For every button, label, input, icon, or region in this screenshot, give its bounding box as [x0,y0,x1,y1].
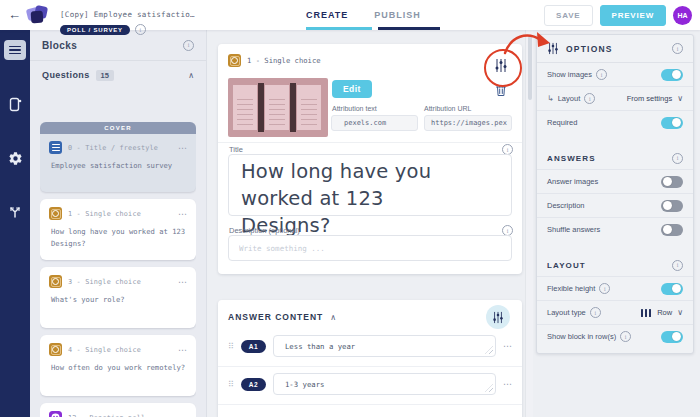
shuffle-answers-toggle[interactable] [661,224,683,236]
question-editor-card: 1 - Single choice Edit Attribution text … [218,44,522,274]
answer-text-input[interactable]: Less than a year [273,335,496,357]
question-card[interactable]: 4 - Single choice ⋯ How often do you wor… [40,335,196,396]
attribution-text-input[interactable]: pexels.com [331,115,418,131]
sidebar-item-blocks[interactable] [4,40,26,60]
question-card[interactable]: 12 - Reaction poll ⋯ How important is wo… [40,403,196,417]
answer-menu-icon[interactable]: ⋯ [503,341,512,351]
drag-handle-icon[interactable]: ⠿ [228,380,234,389]
option-row-required: Required [537,111,693,134]
option-row-shuffle-answers: Shuffle answers [537,218,693,241]
options-panel-title: OPTIONS [566,44,613,54]
sidebar-item-design[interactable] [4,94,26,114]
question-card[interactable]: 3 - Single choice ⋯ What's your role? [40,267,196,328]
answer-options-icon[interactable] [486,305,510,329]
app-logo [26,4,54,26]
required-toggle[interactable] [661,117,683,129]
title-label: Title [229,145,243,154]
resize-handle[interactable] [485,346,493,354]
show-block-in-rows-toggle[interactable] [661,331,683,343]
info-icon[interactable]: i [672,43,683,54]
answer-row: ⠿ A1 Less than a year ⋯ [228,334,512,358]
chevron-down-icon: ∨ [677,94,683,103]
user-avatar[interactable]: HA [673,6,692,25]
question-image-thumbnail[interactable] [228,78,328,137]
chevron-up-icon[interactable]: ∧ [330,313,336,322]
info-icon[interactable]: i [672,153,683,164]
document-title[interactable]: [Copy] Employee satisfactio… [60,10,195,19]
trash-icon[interactable] [495,83,507,101]
reaction-poll-icon [49,411,62,417]
info-icon[interactable]: i [590,307,601,318]
create-tab-indicator [306,27,372,30]
flexible-height-toggle[interactable] [661,283,683,295]
sidebar-item-logic[interactable] [4,202,26,222]
questions-count-badge: 15 [96,70,114,81]
answer-row: ⠿ A2 1-3 years ⋯ [228,372,512,396]
questions-header[interactable]: Questions 15 ∧ [30,61,206,89]
blocks-panel-title: Blocks [42,40,77,51]
info-icon[interactable]: i [620,331,631,342]
answer-text-input[interactable]: 1-3 years [273,373,496,395]
sliders-icon [547,42,559,55]
question-preview-text: Employee satisfaction survey [49,160,187,172]
question-card[interactable]: 1 - Single choice ⋯ How long have you wo… [40,199,196,260]
question-title-input[interactable]: How long have you worked at 123 Designs? [228,154,512,216]
edit-image-button[interactable]: Edit [332,80,372,98]
design-icon [9,97,22,112]
drag-handle-icon[interactable]: ⠿ [228,342,234,351]
layout-select[interactable]: From settings ∨ [627,94,683,103]
info-icon[interactable]: i [599,283,610,294]
sidebar-item-settings[interactable] [4,148,26,168]
preview-button[interactable]: PREVIEW [600,5,667,26]
save-button[interactable]: SAVE [544,5,592,26]
scrollbar-thumb[interactable] [528,36,532,100]
document-meta: [Copy] Employee satisfactio… POLL / SURV… [60,3,195,35]
resize-handle[interactable] [485,384,493,392]
card-menu-icon[interactable]: ⋯ [178,146,187,150]
question-preview-text: How long have you worked at 123 Designs? [49,226,187,249]
info-icon[interactable]: i [584,93,595,104]
description-toggle[interactable] [661,200,683,212]
layout-section-header: LAYOUT i [537,254,693,277]
description-label: Description (optional) [229,226,300,235]
show-images-toggle[interactable] [661,69,683,81]
options-panel: OPTIONS i Show images i ↳ Layout i From … [536,34,694,354]
tab-create[interactable]: CREATE [306,10,348,20]
layout-type-select[interactable]: Row ∨ [641,308,683,317]
vertical-scrollbar[interactable] [525,30,533,417]
card-menu-icon[interactable]: ⋯ [178,280,187,284]
chevron-up-icon[interactable]: ∧ [188,71,194,80]
option-row-layout: ↳ Layout i From settings ∨ [537,87,693,111]
back-arrow-icon[interactable]: ← [8,7,21,22]
info-icon[interactable]: i [672,260,683,271]
info-icon[interactable]: i [183,40,194,51]
question-options-icon[interactable] [494,58,508,77]
tab-publish[interactable]: PUBLISH [374,10,421,20]
blocks-list-icon [9,44,21,57]
description-input[interactable] [228,235,512,261]
cover-tag: COVER [40,122,196,134]
card-menu-icon[interactable]: ⋯ [178,212,187,216]
indent-arrow-icon: ↳ [547,94,554,103]
single-choice-icon [49,275,62,288]
card-menu-icon[interactable]: ⋯ [178,348,187,352]
info-icon[interactable]: i [135,24,146,35]
chevron-down-icon: ∨ [677,308,683,317]
single-choice-icon [49,343,62,356]
answer-id-badge: A1 [241,340,266,353]
info-icon[interactable]: i [596,69,607,80]
attribution-url-label: Attribution URL [424,105,471,112]
branch-icon [8,205,22,219]
question-list: COVER 0 - Title / freestyle ⋯ Employee s… [40,122,196,417]
answer-menu-icon[interactable]: ⋯ [503,379,512,389]
option-row-layout-type: Layout type i Row ∨ [537,301,693,325]
title-freestyle-icon [49,141,62,154]
attribution-url-input[interactable]: https://images.pex [424,115,512,131]
question-card-cover[interactable]: COVER 0 - Title / freestyle ⋯ Employee s… [40,122,196,192]
answer-images-toggle[interactable] [661,176,683,188]
question-meta: 1 - Single choice [247,56,321,65]
question-preview-text: What's your role? [49,294,187,306]
survey-builder-app: ← [Copy] Employee satisfactio… POLL / SU… [0,0,700,417]
option-row-description: Description [537,194,693,218]
attribution-text-label: Attribution text [332,105,377,112]
